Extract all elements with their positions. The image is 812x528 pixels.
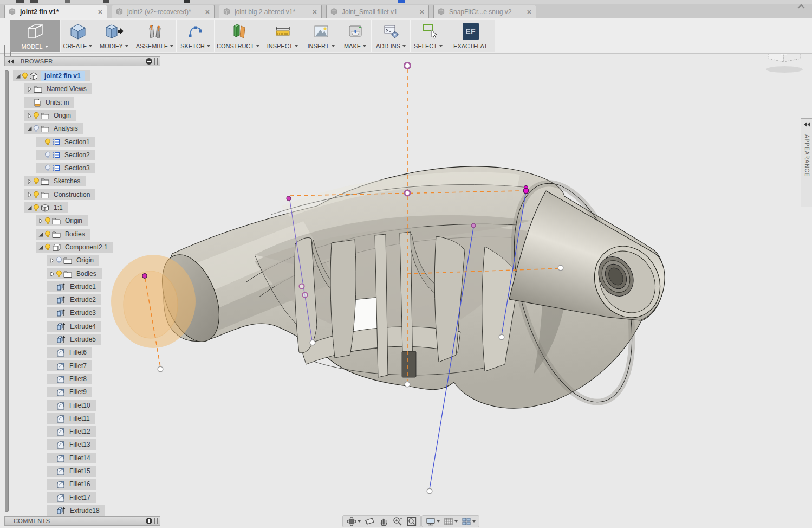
grid-settings-button[interactable] <box>441 516 459 527</box>
toolbar-button-construct[interactable]: CONSTRUCT <box>215 20 262 52</box>
chevrons-left-icon[interactable] <box>7 56 14 66</box>
visibility-bulb-icon[interactable] <box>33 191 40 198</box>
look-at-button[interactable] <box>362 516 376 527</box>
browser-row-analysis[interactable]: Analysis <box>24 123 83 134</box>
pan-button[interactable] <box>376 516 391 527</box>
toolbar-button-sketch[interactable]: SKETCH <box>177 20 215 52</box>
toolbar-button-insert[interactable]: INSERT <box>303 20 339 52</box>
expand-arrow-collapsed-icon[interactable] <box>25 192 33 198</box>
browser-row-extrude18[interactable]: Extrude18 <box>47 505 105 516</box>
visibility-bulb-icon[interactable] <box>44 243 51 251</box>
close-icon[interactable]: × <box>526 8 532 16</box>
browser-row-1-1[interactable]: 1:1 <box>24 202 68 213</box>
appearance-panel-tab[interactable]: APPEARANCE <box>801 118 812 207</box>
toolbar-button-assemble[interactable]: ASSEMBLE <box>133 20 177 52</box>
tab-snapfitcr-e-snug-v2[interactable]: SnapFitCr...e snug v2× <box>433 5 536 18</box>
browser-row-fillet7[interactable]: Fillet7 <box>47 360 92 371</box>
close-icon[interactable]: × <box>419 8 425 16</box>
visibility-bulb-icon[interactable] <box>56 256 62 264</box>
browser-row-origin[interactable]: Origin <box>24 110 76 121</box>
plus-circle-icon[interactable] <box>146 518 152 524</box>
browser-row-fillet15[interactable]: Fillet15 <box>47 466 96 477</box>
drag-grip-icon[interactable] <box>154 518 158 524</box>
expand-arrow-collapsed-icon[interactable] <box>25 113 33 119</box>
visibility-bulb-icon[interactable] <box>44 138 51 146</box>
expand-arrow-collapsed-icon[interactable] <box>25 178 33 184</box>
fit-button[interactable] <box>405 516 419 527</box>
toolbar-button-inspect[interactable]: INSPECT <box>262 20 303 52</box>
expand-arrow-collapsed-icon[interactable] <box>25 86 33 92</box>
browser-row-fillet9[interactable]: Fillet9 <box>47 387 92 397</box>
browser-row-sketches[interactable]: Sketches <box>24 176 86 186</box>
browser-row-component2-1[interactable]: Component2:1 <box>36 242 113 253</box>
visibility-bulb-icon[interactable] <box>22 72 28 80</box>
minus-circle-icon[interactable] <box>146 58 152 65</box>
visibility-bulb-icon[interactable] <box>44 230 51 238</box>
browser-row-section2[interactable]: Section2 <box>36 150 95 160</box>
orbit-button[interactable] <box>345 516 362 527</box>
visibility-bulb-icon[interactable] <box>33 125 40 132</box>
expand-arrow-expanded-icon[interactable] <box>37 231 44 237</box>
browser-row-fillet11[interactable]: Fillet11 <box>47 413 95 424</box>
browser-edge-bar[interactable] <box>5 70 9 512</box>
browser-row-units-in[interactable]: Units: in <box>24 97 74 108</box>
close-icon[interactable]: × <box>311 8 318 16</box>
browser-row-extrude3[interactable]: Extrude3 <box>47 307 101 318</box>
expand-arrow-expanded-icon[interactable] <box>25 126 33 132</box>
browser-row-bodies[interactable]: Bodies <box>36 229 90 240</box>
expand-arrow-expanded-icon[interactable] <box>14 73 22 79</box>
browser-row-extrude5[interactable]: Extrude5 <box>47 334 101 345</box>
browser-row-origin[interactable]: Origin <box>47 255 99 266</box>
visibility-bulb-icon[interactable] <box>33 204 40 211</box>
visibility-bulb-icon[interactable] <box>33 112 40 119</box>
visibility-bulb-icon[interactable] <box>44 151 51 159</box>
browser-row-bodies[interactable]: Bodies <box>47 268 102 279</box>
visibility-bulb-icon[interactable] <box>44 217 51 224</box>
display-settings-button[interactable] <box>424 516 441 527</box>
close-icon[interactable]: × <box>204 8 211 16</box>
tab-joint-big-2-altered-v1[interactable]: joint big 2 altered v1*× <box>219 5 322 18</box>
workspace-switcher[interactable]: MODEL <box>10 20 60 52</box>
toolbar-button-select[interactable]: SELECT <box>411 20 446 52</box>
browser-row-fillet12[interactable]: Fillet12 <box>47 426 96 437</box>
browser-row-extrude4[interactable]: Extrude4 <box>47 321 101 332</box>
tab-overflow-icon[interactable] <box>797 3 805 10</box>
browser-row-fillet14[interactable]: Fillet14 <box>47 453 96 463</box>
toolbar-button-create[interactable]: CREATE <box>61 20 95 52</box>
viewports-button[interactable] <box>459 516 477 527</box>
browser-panel-header[interactable]: BROWSER <box>4 56 160 66</box>
comments-panel-header[interactable]: COMMENTS <box>4 516 160 526</box>
close-icon[interactable]: × <box>97 8 103 16</box>
browser-row-section1[interactable]: Section1 <box>36 137 95 147</box>
browser-row-fillet10[interactable]: Fillet10 <box>47 400 96 411</box>
visibility-bulb-icon[interactable] <box>33 177 40 185</box>
browser-row-fillet16[interactable]: Fillet16 <box>47 479 96 490</box>
browser-row-fillet6[interactable]: Fillet6 <box>47 347 92 358</box>
tab-joint2-v2-recovered[interactable]: joint2 (v2~recovered)*× <box>112 5 215 18</box>
browser-row-joint2-fin-v1[interactable]: joint2 fin v1 <box>13 70 90 81</box>
browser-row-fillet17[interactable]: Fillet17 <box>47 492 96 503</box>
visibility-bulb-icon[interactable] <box>44 164 51 172</box>
browser-row-named-views[interactable]: Named Views <box>24 83 92 94</box>
expand-arrow-expanded-icon[interactable] <box>37 244 44 250</box>
expand-arrow-collapsed-icon[interactable] <box>48 257 56 263</box>
expand-arrow-expanded-icon[interactable] <box>25 205 33 211</box>
toolbar-button-modify[interactable]: MODIFY <box>95 20 133 52</box>
drag-grip-icon[interactable] <box>154 58 158 65</box>
zoom-button[interactable] <box>391 516 405 527</box>
browser-row-construction[interactable]: Construction <box>24 189 95 200</box>
browser-row-origin[interactable]: Origin <box>36 215 88 226</box>
expand-arrow-collapsed-icon[interactable] <box>37 218 44 224</box>
browser-row-fillet13[interactable]: Fillet13 <box>47 439 96 450</box>
tab-joint-small-fillet-v1[interactable]: Joint_Small fillet v1× <box>326 5 429 18</box>
toolbar-button-exactflat[interactable]: EFEXACTFLAT <box>446 20 495 52</box>
chevrons-left-icon[interactable] <box>801 119 812 127</box>
visibility-bulb-icon[interactable] <box>56 270 62 278</box>
browser-row-extrude1[interactable]: Extrude1 <box>47 281 101 292</box>
browser-row-extrude2[interactable]: Extrude2 <box>47 294 101 305</box>
model-viewport[interactable] <box>0 0 812 528</box>
browser-row-fillet8[interactable]: Fillet8 <box>47 374 92 384</box>
toolbar-button-add-ins[interactable]: ADD-INS <box>372 20 411 52</box>
browser-row-section3[interactable]: Section3 <box>36 163 95 173</box>
expand-arrow-collapsed-icon[interactable] <box>48 271 56 277</box>
